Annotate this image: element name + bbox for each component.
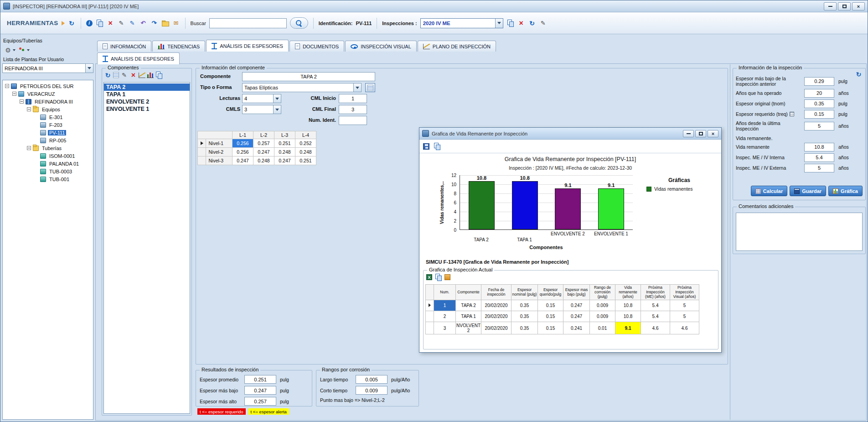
collapse-icon[interactable] xyxy=(12,92,16,96)
tree-item-petroleos-del-sur[interactable]: PETROLEOS DEL SUR xyxy=(3,82,93,90)
inspec-externa-input[interactable]: 5 xyxy=(804,164,834,172)
tree-item-pv-111[interactable]: PV-111 xyxy=(3,129,93,136)
anos-desde-input[interactable]: 5 xyxy=(804,122,834,130)
edit-button[interactable] xyxy=(118,19,125,27)
espesor-anterior-input[interactable]: 0.29 xyxy=(804,77,834,86)
bar-envolvente-1[interactable] xyxy=(598,188,624,229)
grid-cell[interactable]: TAPA 1 xyxy=(456,311,481,322)
info-button[interactable] xyxy=(86,20,93,26)
tree-item-tub-0003[interactable]: TUB-0003 xyxy=(3,167,93,175)
comp-refresh-button[interactable] xyxy=(104,71,112,79)
calcular-button[interactable]: Calcular xyxy=(751,186,787,196)
grid-cell[interactable]: 4.6 xyxy=(641,322,670,334)
undo-button[interactable] xyxy=(140,19,147,27)
minimize-button[interactable] xyxy=(824,2,837,10)
grid-cell[interactable]: 20/02/2020 xyxy=(481,311,512,322)
espesor-promedio-input[interactable]: 0.251 xyxy=(244,375,276,384)
espesor-mas-alto-input[interactable]: 0.257 xyxy=(244,397,276,406)
row-selector[interactable] xyxy=(198,139,206,148)
grid-cell[interactable]: 20/02/2020 xyxy=(481,300,512,311)
grid-cell[interactable]: 0.247 xyxy=(274,156,295,165)
search-input[interactable] xyxy=(209,18,287,28)
grid-cell[interactable]: 5.4 xyxy=(641,300,670,311)
grid-cell[interactable]: 0.247 xyxy=(253,148,274,156)
inspeccion-refresh-button[interactable] xyxy=(528,19,536,27)
grid-cell[interactable]: NVOLVENTE 2 xyxy=(456,322,481,334)
redo-button[interactable] xyxy=(150,19,158,27)
cmls-select[interactable]: 3 xyxy=(242,105,281,114)
grid-cell[interactable]: 0.009 xyxy=(590,311,615,322)
comp-list-button[interactable] xyxy=(113,72,119,78)
grid-cell-selected[interactable]: 0.256 xyxy=(232,139,253,148)
espesor-requerido-input[interactable]: 0.15 xyxy=(804,110,834,119)
grid-cell[interactable]: 10.8 xyxy=(615,311,641,322)
tree-item-tuberias[interactable]: Tuberías xyxy=(3,144,93,152)
list-item-tapa-1[interactable]: TAPA 1 xyxy=(104,91,190,98)
bar-tapa-1[interactable] xyxy=(512,181,538,229)
tree-item-palanda-01[interactable]: PALANDA 01 xyxy=(3,160,93,167)
grid-cell[interactable]: 5 xyxy=(670,311,699,322)
grid-cell[interactable]: 0.15 xyxy=(538,322,563,334)
chevron-down-icon[interactable] xyxy=(273,105,281,114)
chevron-down-icon[interactable] xyxy=(495,19,503,28)
copy-chart-button[interactable] xyxy=(433,142,441,150)
inspecciones-select[interactable]: 2020 IV ME xyxy=(420,18,503,28)
herramientas-menu[interactable]: HERRAMIENTAS xyxy=(7,20,58,26)
list-item-envolvente-2[interactable]: ENVOLVENTE 2 xyxy=(104,98,190,105)
tab-analisis-de-espesores[interactable]: ANÁLISIS DE ESPESORES xyxy=(206,40,289,52)
chevron-down-icon[interactable] xyxy=(353,83,361,92)
comp-edit-button[interactable] xyxy=(120,71,128,79)
tree-item-refinadora-iii[interactable]: REFINADORA III xyxy=(3,98,93,105)
grid-cell[interactable]: 0.247 xyxy=(563,311,590,322)
bar-envolvente-2[interactable] xyxy=(555,188,581,229)
tree-item-equipos[interactable]: Equipos xyxy=(3,105,93,113)
copy-table-button[interactable] xyxy=(434,273,442,281)
users-button[interactable] xyxy=(17,45,31,55)
tree-item-f-203[interactable]: F-203 xyxy=(3,121,93,129)
close-button[interactable]: × xyxy=(852,2,865,10)
export-image-button[interactable] xyxy=(444,274,450,280)
grid-cell[interactable]: 0.35 xyxy=(512,322,538,334)
cml-inicio-input[interactable]: 1 xyxy=(339,94,367,103)
tree-item-e-301[interactable]: E-301 xyxy=(3,113,93,121)
largo-tiempo-input[interactable]: 0.005 xyxy=(356,375,388,384)
inspeccion-delete-button[interactable] xyxy=(517,19,525,27)
guardar-button[interactable]: Guardar xyxy=(790,186,826,196)
grid-cell[interactable]: 0.35 xyxy=(512,300,538,311)
grid-cell[interactable]: 0.01 xyxy=(590,322,615,334)
grid-cell[interactable]: 0.257 xyxy=(253,139,274,148)
delete-button[interactable] xyxy=(107,19,114,27)
chevron-down-icon[interactable] xyxy=(273,94,281,103)
list-item-envolvente-1[interactable]: ENVOLVENTE 1 xyxy=(104,105,190,113)
corto-tiempo-input[interactable]: 0.009 xyxy=(356,386,388,395)
export-button[interactable] xyxy=(172,19,180,27)
window-titlebar[interactable]: [INSPECTOR] [REFINADORA III] [PV-111/] [… xyxy=(0,0,868,12)
inspeccion-copy-button[interactable] xyxy=(506,19,514,27)
grid-cell[interactable]: 4.6 xyxy=(670,322,699,334)
grid-cell[interactable]: 10.8 xyxy=(615,300,641,311)
subtab-analisis-de-espesores[interactable]: ANÁLISIS DE ESPESORES xyxy=(97,52,180,64)
comp-delete-button[interactable] xyxy=(129,71,137,79)
maximize-button[interactable] xyxy=(838,2,851,10)
grafica-button[interactable]: Gráfica xyxy=(828,186,863,196)
tab-tendencias[interactable]: TENDENCIAS xyxy=(152,41,205,52)
tree-item-veracruz[interactable]: VERACRUZ xyxy=(3,90,93,98)
tab-documentos[interactable]: DOCUMENTOS xyxy=(289,41,344,52)
vida-remanente-input[interactable]: 10.8 xyxy=(804,143,834,151)
row-selector[interactable] xyxy=(426,311,434,322)
tipo-forma-detail-button[interactable] xyxy=(365,83,375,92)
lecturas-select[interactable]: 4 xyxy=(242,94,281,103)
inspec-interna-input[interactable]: 5.4 xyxy=(804,153,834,162)
grid-cell[interactable]: 5.4 xyxy=(641,311,670,322)
maximize-button[interactable] xyxy=(695,130,706,137)
collapse-icon[interactable] xyxy=(20,99,24,104)
list-item-tapa-2[interactable]: TAPA 2 xyxy=(104,83,190,91)
minimize-button[interactable] xyxy=(683,130,694,137)
grid-cell-selected[interactable]: 1 xyxy=(434,300,456,311)
espesor-original-input[interactable]: 0.35 xyxy=(804,99,834,108)
grid-cell-warning[interactable]: 9.1 xyxy=(615,322,641,334)
grid-cell[interactable]: 20/02/2020 xyxy=(481,322,512,334)
grid-cell[interactable]: 2 xyxy=(434,311,456,322)
collapse-icon[interactable] xyxy=(27,107,31,111)
collapse-icon[interactable] xyxy=(5,84,9,88)
